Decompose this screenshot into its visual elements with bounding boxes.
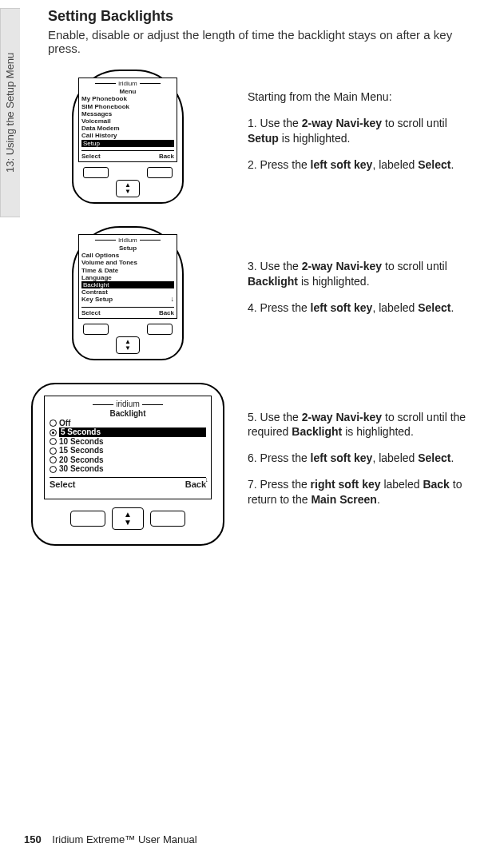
page-number: 150 — [24, 833, 42, 845]
brand-label: iridium — [50, 400, 206, 409]
step-5: 5. Use the 2-way Navi-key to scroll unti… — [248, 410, 480, 440]
screen-title: Backlight — [50, 409, 206, 419]
step-3: 3. Use the 2-way Navi-key to scroll unti… — [248, 259, 480, 289]
book-title: Iridium Extreme™ User Manual — [52, 833, 196, 845]
menu-item: Voicemail — [81, 117, 174, 125]
menu-item: Key Setup — [81, 296, 174, 303]
radio-option: 30 Seconds — [50, 464, 206, 474]
left-soft-label: Select — [50, 479, 75, 490]
right-soft-key[interactable] — [150, 511, 185, 527]
chapter-tab: 13: Using the Setup Menu — [0, 8, 20, 217]
radio-option: Off — [50, 419, 206, 428]
step-1: 1. Use the 2-way Navi-key to scroll unti… — [248, 116, 480, 146]
left-soft-key[interactable] — [83, 324, 109, 335]
intro-text: Enable, disable or adjust the length of … — [48, 28, 480, 55]
scroll-down-icon: ↓ — [205, 475, 209, 483]
left-soft-key[interactable] — [83, 167, 109, 178]
navi-key[interactable]: ▲▼ — [112, 507, 144, 530]
right-soft-key[interactable] — [147, 324, 173, 335]
menu-item: Time & Date — [81, 267, 174, 274]
right-soft-label: Back — [159, 309, 174, 316]
menu-item: Call History — [81, 132, 174, 139]
menu-item: Language — [81, 274, 174, 281]
starting-text: Starting from the Main Menu: — [248, 89, 480, 105]
page-footer: 150 Iridium Extreme™ User Manual — [24, 833, 197, 845]
step-2: 2. Press the left soft key, labeled Sele… — [248, 157, 480, 173]
menu-item: Data Modem — [81, 125, 174, 132]
menu-item: SIM Phonebook — [81, 103, 174, 110]
menu-item: Contrast — [81, 288, 174, 296]
radio-option: 20 Seconds — [50, 455, 206, 465]
scroll-down-icon: ↓ — [171, 139, 175, 147]
screen-title: Setup — [81, 245, 174, 252]
menu-item: My Phonebook — [81, 95, 174, 102]
menu-item: Messages — [81, 110, 174, 117]
navi-key[interactable]: ▲▼ — [116, 336, 140, 354]
menu-item-highlighted: Backlight — [81, 281, 174, 288]
radio-option: 10 Seconds — [50, 437, 206, 447]
right-soft-label: Back — [159, 153, 174, 160]
step-7: 7. Press the right soft key labeled Back… — [248, 477, 480, 507]
scroll-down-icon: ↓ — [171, 295, 175, 303]
brand-label: iridium — [81, 237, 174, 244]
screen-title: Menu — [81, 88, 174, 95]
phone-illustration-2: iridium Setup Call Options Volume and To… — [72, 226, 184, 360]
menu-item-highlighted: Setup — [81, 140, 174, 147]
menu-item: Volume and Tones — [81, 259, 174, 266]
phone-illustration-1: iridium Menu My Phonebook SIM Phonebook … — [72, 70, 184, 204]
brand-label: iridium — [81, 80, 174, 87]
menu-item: Call Options — [81, 252, 174, 259]
radio-option: 15 Seconds — [50, 446, 206, 455]
step-4: 4. Press the left soft key, labeled Sele… — [248, 300, 480, 316]
left-soft-label: Select — [81, 309, 101, 316]
navi-key[interactable]: ▲▼ — [116, 180, 140, 197]
right-soft-label: Back — [185, 479, 206, 490]
step-6: 6. Press the left soft key, labeled Sele… — [248, 451, 480, 466]
right-soft-key[interactable] — [147, 167, 173, 178]
page-title: Setting Backlights — [48, 8, 480, 25]
left-soft-label: Select — [81, 153, 101, 160]
left-soft-key[interactable] — [70, 511, 105, 527]
phone-illustration-3: iridium Backlight Off 5 Seconds 10 Secon… — [31, 383, 224, 546]
radio-option-selected: 5 Seconds — [50, 428, 206, 437]
